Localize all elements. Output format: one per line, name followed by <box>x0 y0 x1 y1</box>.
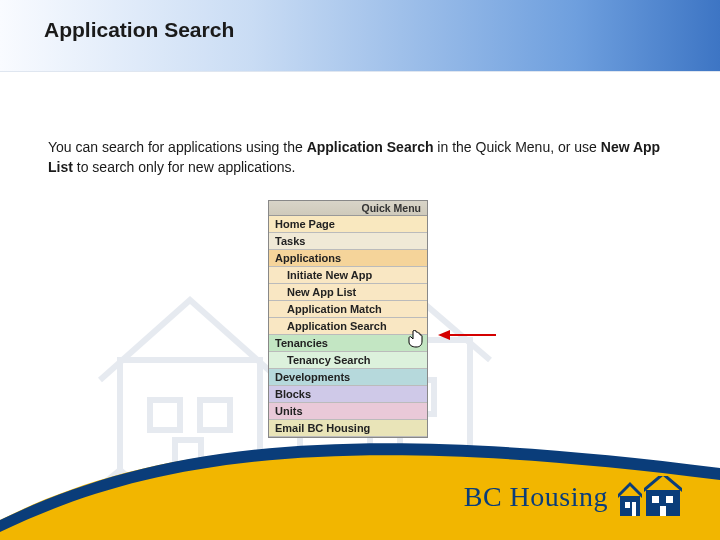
quick-menu-header: Quick Menu <box>269 201 427 216</box>
bc-housing-logo: BC Housing <box>464 476 684 518</box>
callout-arrow-icon <box>438 329 496 341</box>
svg-marker-19 <box>644 476 682 492</box>
quick-menu-screenshot: Quick Menu Home Page Tasks Applications … <box>268 200 428 438</box>
logo-houses-icon <box>618 476 684 518</box>
menu-item-tenancies[interactable]: Tenancies <box>269 335 427 352</box>
menu-item-application-match[interactable]: Application Match <box>269 301 427 318</box>
svg-rect-17 <box>632 502 636 516</box>
svg-line-11 <box>120 470 142 488</box>
svg-marker-15 <box>618 482 642 498</box>
menu-item-developments[interactable]: Developments <box>269 369 427 386</box>
body-post: to search only for new applications. <box>73 159 296 175</box>
svg-line-10 <box>98 470 120 488</box>
body-text: You can search for applications using th… <box>48 138 668 177</box>
svg-rect-1 <box>150 400 180 430</box>
menu-item-initiate-new-app[interactable]: Initiate New App <box>269 267 427 284</box>
menu-item-units[interactable]: Units <box>269 403 427 420</box>
menu-item-tenancy-search[interactable]: Tenancy Search <box>269 352 427 369</box>
pointer-cursor-icon <box>408 330 424 348</box>
title-bar: Application Search <box>0 0 720 72</box>
svg-marker-13 <box>438 330 450 340</box>
menu-item-home[interactable]: Home Page <box>269 216 427 233</box>
svg-rect-0 <box>120 360 260 480</box>
svg-rect-21 <box>666 496 673 503</box>
page-title: Application Search <box>44 18 720 42</box>
svg-rect-2 <box>200 400 230 430</box>
svg-point-8 <box>110 480 130 500</box>
svg-rect-3 <box>175 440 201 480</box>
body-pre: You can search for applications using th… <box>48 139 307 155</box>
svg-rect-22 <box>660 506 666 516</box>
body-mid: in the Quick Menu, or use <box>433 139 600 155</box>
menu-item-tasks[interactable]: Tasks <box>269 233 427 250</box>
menu-item-email-bc-housing[interactable]: Email BC Housing <box>269 420 427 437</box>
quick-menu: Quick Menu Home Page Tasks Applications … <box>268 200 428 438</box>
logo-text: BC Housing <box>464 481 608 513</box>
svg-rect-20 <box>652 496 659 503</box>
svg-rect-16 <box>625 502 630 508</box>
body-bold-appsearch: Application Search <box>307 139 434 155</box>
slide: Application Search You can search for ap… <box>0 0 720 540</box>
menu-item-blocks[interactable]: Blocks <box>269 386 427 403</box>
menu-item-applications[interactable]: Applications <box>269 250 427 267</box>
menu-item-new-app-list[interactable]: New App List <box>269 284 427 301</box>
menu-item-application-search[interactable]: Application Search <box>269 318 427 335</box>
